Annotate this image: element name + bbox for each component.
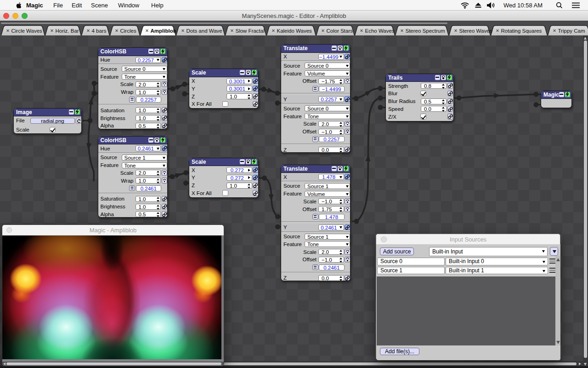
svg-text:✕: ✕: [454, 28, 458, 33]
svg-text:Horiz. Bar: Horiz. Bar: [56, 28, 79, 34]
svg-text:Kaleido Waves: Kaleido Waves: [277, 28, 312, 34]
svg-text:Trippy Cam: Trippy Cam: [558, 28, 585, 34]
svg-text:Circles: Circles: [120, 28, 136, 34]
svg-text:Rotating Squares: Rotating Squares: [501, 28, 542, 34]
svg-text:✕: ✕: [115, 28, 119, 33]
svg-text:Slow Fractal: Slow Fractal: [236, 28, 265, 34]
svg-text:Circle Waves: Circle Waves: [11, 28, 43, 34]
svg-text:✕: ✕: [6, 28, 10, 33]
svg-text:Dots and Wave: Dots and Wave: [187, 28, 222, 34]
svg-text:Echo Waves: Echo Waves: [365, 28, 395, 34]
svg-text:✕: ✕: [181, 28, 185, 33]
svg-text:✕: ✕: [271, 28, 275, 33]
svg-text:Stereo Waves: Stereo Waves: [459, 28, 492, 34]
svg-text:Color Stars: Color Stars: [327, 28, 353, 34]
svg-text:4 bars: 4 bars: [92, 28, 107, 34]
svg-text:Ampliblob: Ampliblob: [151, 28, 176, 34]
svg-text:✕: ✕: [496, 28, 499, 33]
svg-text:✕: ✕: [230, 28, 234, 33]
svg-text:✕: ✕: [50, 28, 54, 33]
svg-text:✕: ✕: [321, 28, 325, 33]
svg-text:✕: ✕: [86, 28, 90, 33]
svg-text:Stereo Spectrum: Stereo Spectrum: [406, 28, 445, 34]
svg-text:✕: ✕: [360, 28, 363, 33]
svg-text:✕: ✕: [553, 28, 556, 33]
svg-text:✕: ✕: [145, 28, 149, 33]
svg-text:✕: ✕: [400, 28, 404, 33]
